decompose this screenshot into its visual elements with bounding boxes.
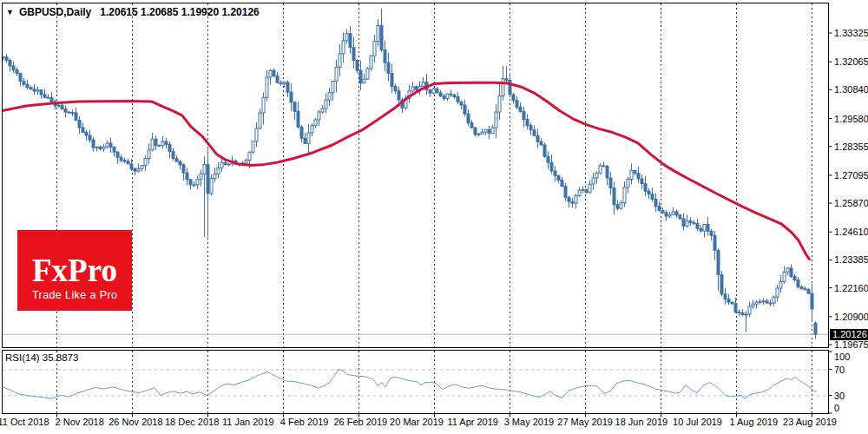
rsi-indicator-label: RSI(14) 35.8873 <box>5 352 78 363</box>
fxpro-tagline: Trade Like a Pro <box>32 289 132 301</box>
chart-title: ▼GBPUSD,Daily1.20615 1.20685 1.19920 1.2… <box>6 6 260 18</box>
price-tick-label: 1.19675 <box>834 339 868 350</box>
grid-lines <box>57 3 812 413</box>
price-tick-label: 1.24610 <box>834 227 868 237</box>
price-tick-label: 1.33325 <box>834 28 868 38</box>
rsi-tick-label: 100 <box>834 352 850 362</box>
price-tick-label: 1.23385 <box>834 254 868 265</box>
ohlc-values: 1.20615 1.20685 1.19920 1.20126 <box>100 6 260 18</box>
date-tick-label: 20 Mar 2019 <box>390 417 444 427</box>
date-axis[interactable]: 11 Oct 20182 Nov 201826 Nov 201818 Dec 2… <box>0 414 837 428</box>
rsi-tick-label: 70 <box>834 365 845 375</box>
rsi-axis: 10070300 <box>829 352 851 413</box>
fxpro-logo: FxPro Trade Like a Pro <box>17 230 132 311</box>
price-tick-label: 1.30840 <box>834 84 868 95</box>
price-tick-label: 1.27095 <box>834 170 868 181</box>
rsi-tick-label: 30 <box>834 391 845 401</box>
chart-canvas[interactable]: 1.333251.320651.308401.295801.283551.270… <box>0 0 868 434</box>
price-tick-label: 1.32065 <box>834 56 868 67</box>
date-tick-label: 26 Nov 2018 <box>108 417 162 427</box>
date-tick-label: 18 Jun 2019 <box>615 417 668 427</box>
price-tick-label: 1.22160 <box>834 283 868 293</box>
rsi-tick-label: 0 <box>834 403 839 413</box>
date-tick-label: 11 Oct 2018 <box>0 417 49 427</box>
date-tick-label: 10 Jul 2019 <box>673 417 722 427</box>
date-tick-label: 11 Jan 2019 <box>222 417 274 427</box>
price-axis: 1.333251.320651.308401.295801.283551.270… <box>829 28 868 350</box>
rsi-line <box>2 370 817 399</box>
date-tick-label: 23 Aug 2019 <box>783 417 837 427</box>
date-tick-label: 3 May 2019 <box>504 417 554 427</box>
date-tick-label: 11 Apr 2019 <box>447 417 498 427</box>
symbol-period-label: GBPUSD,Daily <box>19 6 91 18</box>
date-tick-label: 18 Dec 2018 <box>165 417 219 427</box>
date-tick-label: 2 Nov 2018 <box>56 417 104 427</box>
current-price-badge: 1.20126 <box>830 329 868 340</box>
chevron-down-icon[interactable]: ▼ <box>6 8 14 16</box>
price-tick-label: 1.29580 <box>834 114 868 124</box>
date-tick-label: 4 Feb 2019 <box>280 417 329 427</box>
trading-chart-window: 1.333251.320651.308401.295801.283551.270… <box>0 0 868 434</box>
price-tick-label: 1.25870 <box>834 198 868 208</box>
date-tick-label: 26 Feb 2019 <box>333 417 387 427</box>
price-tick-label: 1.20900 <box>834 312 868 322</box>
price-tick-label: 1.28355 <box>834 141 868 152</box>
fxpro-logo-text: FxPro <box>32 256 132 286</box>
date-tick-label: 27 May 2019 <box>557 417 613 427</box>
date-tick-label: 1 Aug 2019 <box>729 417 778 427</box>
